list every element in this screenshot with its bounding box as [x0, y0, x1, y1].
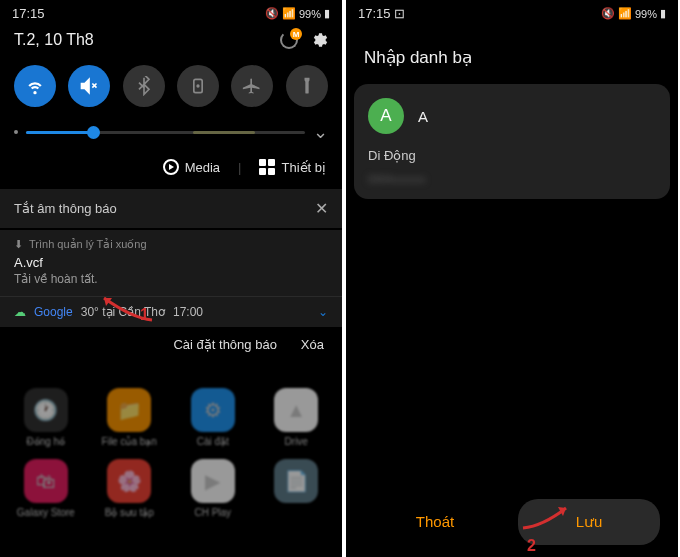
brightness-expand-icon[interactable]: ⌄ [313, 121, 328, 143]
rotation-toggle[interactable] [177, 65, 219, 107]
page-title: Nhập danh bạ [346, 27, 678, 84]
svg-point-1 [197, 85, 199, 87]
notification-card[interactable]: ⬇ Trình quản lý Tải xuống A.vcf Tải về h… [0, 230, 342, 327]
contact-card: A A Di Động 0984xxxxxx [354, 84, 670, 199]
phone-notification-panel: 17:15 🔇📶99%▮ T.2, 10 Th8 M ⌄ Media [0, 0, 342, 557]
date-row: T.2, 10 Th8 M [0, 27, 342, 59]
play-icon [163, 159, 179, 175]
phone-import-contact: 17:15 ⊡ 🔇📶99%▮ Nhập danh bạ A A Di Động … [346, 0, 678, 557]
flashlight-toggle[interactable] [286, 65, 328, 107]
cloud-icon: ☁ [14, 305, 26, 319]
status-bar: 17:15 ⊡ 🔇📶99%▮ [346, 0, 678, 27]
close-icon[interactable]: ✕ [315, 199, 328, 218]
notification-subtitle: Tải về hoàn tất. [0, 270, 342, 296]
clear-button[interactable]: Xóa [301, 337, 324, 352]
avatar: A [368, 98, 404, 134]
status-indicators: 🔇📶99%▮ [601, 7, 666, 20]
grid-icon [259, 159, 275, 175]
notification-title: A.vcf [0, 255, 342, 270]
phone-field-label: Di Động [368, 148, 656, 173]
brightness-slider-row: ⌄ [0, 117, 342, 153]
sound-toggle[interactable] [68, 65, 110, 107]
status-time: 17:15 ⊡ [358, 6, 405, 21]
status-time: 17:15 [12, 6, 45, 21]
exit-button[interactable]: Thoát [364, 499, 506, 545]
status-bar: 17:15 🔇📶99%▮ [0, 0, 342, 27]
reload-icon[interactable]: M [280, 31, 298, 49]
bottom-actions: Thoát Lưu [346, 499, 678, 545]
home-apps-background: 🕐Đồng hồ 📁File của bạn ⚙Cài đặt ▲Drive 🛍… [0, 382, 342, 557]
annotation-label-1: 1 [140, 306, 149, 324]
media-button[interactable]: Media [163, 159, 220, 175]
airplane-toggle[interactable] [231, 65, 273, 107]
notification-settings-button[interactable]: Cài đặt thông báo [173, 337, 276, 352]
notification-actions: Cài đặt thông báo Xóa [0, 327, 342, 362]
notification-section-header: Tắt âm thông báo ✕ [0, 189, 342, 228]
annotation-label-2: 2 [527, 537, 536, 555]
bluetooth-toggle[interactable] [123, 65, 165, 107]
settings-icon[interactable] [310, 31, 328, 49]
brightness-low-icon [14, 130, 18, 134]
status-indicators: 🔇📶99%▮ [265, 7, 330, 20]
weather-notification[interactable]: ☁ Google 30° tại Cần Thơ 17:00 ⌄ [0, 296, 342, 327]
wifi-toggle[interactable] [14, 65, 56, 107]
quick-settings-row [0, 59, 342, 117]
media-devices-row: Media | Thiết bị [0, 153, 342, 189]
phone-field-value: 0984xxxxxx [368, 173, 656, 185]
save-button[interactable]: Lưu [518, 499, 660, 545]
notification-app-row: ⬇ Trình quản lý Tải xuống [0, 230, 342, 255]
download-icon: ⬇ [14, 238, 23, 251]
devices-button[interactable]: Thiết bị [259, 159, 326, 175]
date-text: T.2, 10 Th8 [14, 31, 94, 49]
contact-name: A [418, 108, 428, 125]
chevron-down-icon[interactable]: ⌄ [318, 305, 328, 319]
brightness-slider[interactable] [26, 131, 305, 134]
